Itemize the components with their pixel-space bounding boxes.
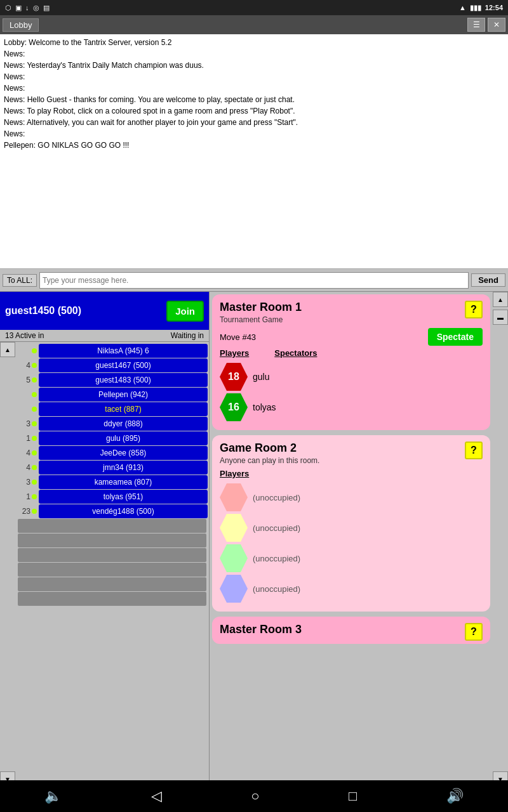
monitor-icon: ▣ [15, 4, 22, 12]
room-subtitle-room1: Tournament Game [220, 315, 483, 324]
message-input[interactable] [39, 272, 469, 289]
bottom-nav: 🔈 ◁ ○ □ 🔊 [0, 780, 508, 812]
status-bar-left: ⬡ ▣ ↓ ◎ ▤ [5, 4, 50, 12]
room-title-room1: Master Room 1 [220, 301, 483, 314]
room-player-name: tolyas [253, 402, 276, 412]
current-player-name: guest1450 (500) [5, 305, 81, 317]
help-button-room2[interactable]: ? [465, 442, 483, 459]
player-status-dot [32, 436, 37, 441]
chat-line: News: Alternatively, you can wait for an… [4, 117, 504, 128]
player-status-dot [32, 377, 37, 383]
player-status-dot [32, 450, 37, 455]
player-row: 1gulu (895) [17, 431, 208, 445]
player-button[interactable]: JeeDee (858) [39, 446, 208, 460]
player-button[interactable]: kameamea (807) [39, 475, 208, 489]
player-hex-row: 16tolyas [220, 393, 483, 421]
recents-icon[interactable]: □ [349, 788, 357, 804]
empty-player-slot [18, 563, 206, 577]
left-scroll-area: ▲ ▼ [0, 342, 15, 787]
empty-player-slot [18, 592, 206, 606]
player-hex[interactable]: 16 [220, 393, 248, 421]
volume-low-icon[interactable]: 🔈 [44, 788, 62, 804]
player-hex [220, 544, 248, 572]
player-button[interactable]: guest1467 (500) [39, 358, 208, 372]
player-button[interactable]: ddyer (888) [39, 417, 208, 431]
title-bar: Lobby ☰ ✕ [0, 15, 508, 34]
empty-player-slot [18, 577, 206, 591]
player-button[interactable]: jmn34 (913) [39, 461, 208, 475]
player-button[interactable]: Pellepen (942) [39, 388, 208, 402]
player-hex [220, 483, 248, 511]
chat-line: Pellepen: GO NIKLAS GO GO GO !!! [4, 140, 504, 151]
room-title-room3: Master Room 3 [220, 623, 483, 636]
player-rank: 1 [17, 492, 32, 501]
player-row: Pellepen (942) [17, 388, 208, 402]
player-row: 5guest1483 (500) [17, 373, 208, 387]
player-hex-row: (unoccupied) [220, 483, 483, 511]
player-row: tacet (887) [17, 402, 208, 416]
player-hex [220, 514, 248, 542]
player-header: guest1450 (500) Join [0, 292, 209, 330]
empty-player-slot [18, 534, 206, 547]
room-player-name: (unoccupied) [253, 584, 300, 594]
send-button[interactable]: Send [471, 273, 505, 287]
back-icon[interactable]: ◁ [151, 788, 162, 804]
empty-player-slot [18, 548, 206, 562]
close-button[interactable]: ✕ [488, 18, 505, 32]
player-button[interactable]: NiklasA (945) 6 [39, 344, 208, 358]
right-panel: ?Master Room 1Tournament GameMove #43Spe… [210, 292, 493, 787]
chat-line: News: [4, 71, 504, 82]
help-button-room1[interactable]: ? [465, 301, 483, 318]
title-bar-buttons: ☰ ✕ [467, 18, 505, 32]
message-bar: To ALL: Send [0, 269, 508, 292]
home-icon[interactable]: ○ [251, 788, 259, 804]
player-rank: 3 [17, 478, 32, 487]
player-hex-row: (unoccupied) [220, 575, 483, 603]
player-status-dot [32, 421, 37, 426]
empty-player-slot [18, 519, 206, 533]
room-player-name: (unoccupied) [253, 554, 300, 563]
player-status-dot [32, 509, 37, 514]
labels-row-room1: PlayersSpectators [220, 348, 483, 358]
player-button[interactable]: tacet (887) [39, 402, 208, 416]
chat-line: Lobby: Welcome to the Tantrix Server, ve… [4, 37, 504, 48]
chat-line: News: [4, 82, 504, 94]
room-player-name: (unoccupied) [253, 493, 300, 502]
player-status-dot [32, 407, 37, 412]
players-label-room2: Players [220, 469, 249, 478]
scroll-up-button[interactable]: ▲ [0, 342, 15, 357]
player-row: 4JeeDee (858) [17, 446, 208, 460]
players-label-room1: Players [220, 348, 249, 358]
player-hex[interactable]: 18 [220, 363, 248, 391]
player-status-dot [32, 494, 37, 499]
player-hex-row: (unoccupied) [220, 514, 483, 542]
chat-area: Lobby: Welcome to the Tantrix Server, ve… [0, 34, 508, 269]
player-list-container: ▲ ▼ NiklasA (945) 64guest1467 (500)5gues… [0, 342, 209, 787]
player-button[interactable]: gulu (895) [39, 431, 208, 445]
player-button[interactable]: tolyas (951) [39, 490, 208, 504]
join-button[interactable]: Join [166, 301, 204, 322]
right-scroll-mid-button[interactable]: ▬ [493, 310, 508, 325]
recipient-button[interactable]: To ALL: [3, 274, 37, 287]
player-list: NiklasA (945) 64guest1467 (500)5guest148… [15, 342, 209, 787]
player-row: 4guest1467 (500) [17, 358, 208, 372]
room-card-room1: ?Master Room 1Tournament GameMove #43Spe… [212, 294, 490, 430]
volume-high-icon[interactable]: 🔊 [446, 788, 464, 804]
help-button-room3[interactable]: ? [465, 623, 483, 641]
room-player-name: (unoccupied) [253, 523, 300, 533]
menu-button[interactable]: ☰ [467, 18, 485, 32]
download-icon: ↓ [25, 4, 29, 11]
right-scroll-up-button[interactable]: ▲ [493, 292, 508, 307]
chat-line: News: [4, 48, 504, 60]
room-info-row-room1: Move #43Spectate [220, 328, 483, 346]
move-text-room1: Move #43 [220, 332, 256, 342]
player-button[interactable]: guest1483 (500) [39, 373, 208, 387]
active-tab: 13 Active in [5, 331, 44, 340]
player-button[interactable]: vendég1488 (500) [39, 504, 208, 518]
player-rank: 4 [17, 449, 32, 457]
player-rank: 4 [17, 463, 32, 472]
player-status-dot [32, 363, 37, 368]
spectate-button-room1[interactable]: Spectate [428, 328, 483, 346]
right-section: ?Master Room 1Tournament GameMove #43Spe… [210, 292, 508, 787]
android-icon: ⬡ [5, 4, 11, 12]
